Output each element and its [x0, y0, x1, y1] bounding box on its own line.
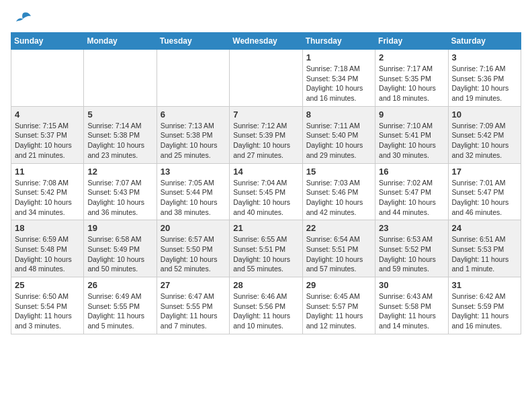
logo-bird-icon [13, 11, 32, 27]
calendar-table: SundayMondayTuesdayWednesdayThursdayFrid… [11, 32, 521, 334]
calendar-cell: 12Sunrise: 7:07 AM Sunset: 5:43 PM Dayli… [84, 163, 157, 220]
day-number: 15 [306, 167, 371, 177]
calendar-cell: 20Sunrise: 6:57 AM Sunset: 5:50 PM Dayli… [157, 220, 229, 277]
calendar-cell [230, 50, 302, 107]
calendar-cell [11, 50, 84, 107]
calendar-cell: 2Sunrise: 7:17 AM Sunset: 5:35 PM Daylig… [375, 50, 448, 107]
calendar-cell: 31Sunrise: 6:42 AM Sunset: 5:59 PM Dayli… [448, 277, 521, 334]
calendar-cell: 14Sunrise: 7:04 AM Sunset: 5:45 PM Dayli… [230, 163, 302, 220]
calendar-cell: 26Sunrise: 6:49 AM Sunset: 5:55 PM Dayli… [84, 277, 157, 334]
day-info: Sunrise: 6:53 AM Sunset: 5:52 PM Dayligh… [379, 234, 444, 274]
day-info: Sunrise: 7:13 AM Sunset: 5:38 PM Dayligh… [161, 121, 226, 161]
day-info: Sunrise: 6:54 AM Sunset: 5:51 PM Dayligh… [306, 234, 371, 274]
day-info: Sunrise: 7:18 AM Sunset: 5:34 PM Dayligh… [306, 64, 371, 103]
day-number: 26 [87, 280, 152, 290]
day-number: 22 [306, 223, 371, 233]
day-number: 1 [306, 52, 371, 62]
calendar-cell: 18Sunrise: 6:59 AM Sunset: 5:48 PM Dayli… [11, 220, 84, 277]
day-info: Sunrise: 6:47 AM Sunset: 5:55 PM Dayligh… [161, 291, 226, 331]
calendar-cell: 27Sunrise: 6:47 AM Sunset: 5:55 PM Dayli… [157, 277, 229, 334]
day-info: Sunrise: 6:58 AM Sunset: 5:49 PM Dayligh… [87, 234, 152, 274]
day-number: 19 [87, 223, 152, 233]
day-info: Sunrise: 7:02 AM Sunset: 5:47 PM Dayligh… [379, 178, 444, 218]
calendar-cell: 11Sunrise: 7:08 AM Sunset: 5:42 PM Dayli… [11, 163, 84, 220]
calendar-cell: 19Sunrise: 6:58 AM Sunset: 5:49 PM Dayli… [84, 220, 157, 277]
day-number: 5 [87, 109, 152, 120]
weekday-header-friday: Friday [375, 33, 448, 50]
day-number: 31 [452, 280, 517, 290]
weekday-header-tuesday: Tuesday [157, 33, 229, 50]
calendar-week-1: 1Sunrise: 7:18 AM Sunset: 5:34 PM Daylig… [11, 50, 521, 107]
calendar-cell: 7Sunrise: 7:12 AM Sunset: 5:39 PM Daylig… [230, 106, 302, 163]
day-info: Sunrise: 7:04 AM Sunset: 5:45 PM Dayligh… [233, 178, 298, 218]
page-header [11, 11, 521, 27]
day-number: 23 [379, 223, 444, 233]
calendar-cell: 15Sunrise: 7:03 AM Sunset: 5:46 PM Dayli… [302, 163, 375, 220]
calendar-cell: 29Sunrise: 6:45 AM Sunset: 5:57 PM Dayli… [302, 277, 375, 334]
day-number: 9 [379, 109, 444, 120]
day-info: Sunrise: 7:03 AM Sunset: 5:46 PM Dayligh… [306, 178, 371, 218]
day-number: 29 [306, 280, 371, 290]
day-info: Sunrise: 7:17 AM Sunset: 5:35 PM Dayligh… [379, 64, 444, 103]
calendar-cell: 16Sunrise: 7:02 AM Sunset: 5:47 PM Dayli… [375, 163, 448, 220]
day-number: 4 [15, 109, 80, 120]
weekday-header-thursday: Thursday [302, 33, 375, 50]
day-info: Sunrise: 6:57 AM Sunset: 5:50 PM Dayligh… [161, 234, 226, 274]
day-info: Sunrise: 7:15 AM Sunset: 5:37 PM Dayligh… [15, 121, 80, 161]
weekday-header-monday: Monday [84, 33, 157, 50]
day-info: Sunrise: 6:59 AM Sunset: 5:48 PM Dayligh… [15, 234, 80, 274]
day-info: Sunrise: 7:01 AM Sunset: 5:47 PM Dayligh… [452, 178, 517, 218]
day-number: 25 [15, 280, 80, 290]
day-info: Sunrise: 7:11 AM Sunset: 5:40 PM Dayligh… [306, 121, 371, 161]
day-number: 2 [379, 52, 444, 62]
calendar-week-5: 25Sunrise: 6:50 AM Sunset: 5:54 PM Dayli… [11, 277, 521, 334]
day-info: Sunrise: 6:42 AM Sunset: 5:59 PM Dayligh… [452, 291, 517, 331]
calendar-cell: 4Sunrise: 7:15 AM Sunset: 5:37 PM Daylig… [11, 106, 84, 163]
day-info: Sunrise: 6:46 AM Sunset: 5:56 PM Dayligh… [233, 291, 298, 331]
day-info: Sunrise: 7:14 AM Sunset: 5:38 PM Dayligh… [87, 121, 152, 161]
calendar-cell: 6Sunrise: 7:13 AM Sunset: 5:38 PM Daylig… [157, 106, 229, 163]
calendar-cell: 1Sunrise: 7:18 AM Sunset: 5:34 PM Daylig… [302, 50, 375, 107]
day-number: 8 [306, 109, 371, 120]
calendar-cell: 28Sunrise: 6:46 AM Sunset: 5:56 PM Dayli… [230, 277, 302, 334]
calendar-cell: 9Sunrise: 7:10 AM Sunset: 5:41 PM Daylig… [375, 106, 448, 163]
day-number: 10 [452, 109, 517, 120]
calendar-cell: 21Sunrise: 6:55 AM Sunset: 5:51 PM Dayli… [230, 220, 302, 277]
day-info: Sunrise: 7:10 AM Sunset: 5:41 PM Dayligh… [379, 121, 444, 161]
calendar-cell: 8Sunrise: 7:11 AM Sunset: 5:40 PM Daylig… [302, 106, 375, 163]
day-number: 30 [379, 280, 444, 290]
day-number: 18 [15, 223, 80, 233]
day-info: Sunrise: 7:05 AM Sunset: 5:44 PM Dayligh… [161, 178, 226, 218]
day-number: 17 [452, 167, 517, 177]
day-number: 27 [161, 280, 226, 290]
day-info: Sunrise: 6:55 AM Sunset: 5:51 PM Dayligh… [233, 234, 298, 274]
day-info: Sunrise: 6:50 AM Sunset: 5:54 PM Dayligh… [15, 291, 80, 331]
day-info: Sunrise: 6:51 AM Sunset: 5:53 PM Dayligh… [452, 234, 517, 274]
calendar-week-2: 4Sunrise: 7:15 AM Sunset: 5:37 PM Daylig… [11, 106, 521, 163]
calendar-week-4: 18Sunrise: 6:59 AM Sunset: 5:48 PM Dayli… [11, 220, 521, 277]
calendar-cell: 24Sunrise: 6:51 AM Sunset: 5:53 PM Dayli… [448, 220, 521, 277]
calendar-cell: 5Sunrise: 7:14 AM Sunset: 5:38 PM Daylig… [84, 106, 157, 163]
day-number: 24 [452, 223, 517, 233]
calendar-week-3: 11Sunrise: 7:08 AM Sunset: 5:42 PM Dayli… [11, 163, 521, 220]
calendar-cell: 10Sunrise: 7:09 AM Sunset: 5:42 PM Dayli… [448, 106, 521, 163]
calendar-cell [84, 50, 157, 107]
day-number: 13 [161, 167, 226, 177]
weekday-header-wednesday: Wednesday [230, 33, 302, 50]
calendar-cell: 25Sunrise: 6:50 AM Sunset: 5:54 PM Dayli… [11, 277, 84, 334]
day-number: 14 [233, 167, 298, 177]
calendar-cell: 3Sunrise: 7:16 AM Sunset: 5:36 PM Daylig… [448, 50, 521, 107]
day-info: Sunrise: 7:16 AM Sunset: 5:36 PM Dayligh… [452, 64, 517, 103]
day-info: Sunrise: 7:09 AM Sunset: 5:42 PM Dayligh… [452, 121, 517, 161]
day-number: 28 [233, 280, 298, 290]
weekday-header-sunday: Sunday [11, 33, 84, 50]
calendar-cell: 30Sunrise: 6:43 AM Sunset: 5:58 PM Dayli… [375, 277, 448, 334]
calendar-cell [157, 50, 229, 107]
day-number: 11 [15, 167, 80, 177]
day-info: Sunrise: 6:49 AM Sunset: 5:55 PM Dayligh… [87, 291, 152, 331]
calendar-cell: 22Sunrise: 6:54 AM Sunset: 5:51 PM Dayli… [302, 220, 375, 277]
day-number: 16 [379, 167, 444, 177]
day-info: Sunrise: 6:45 AM Sunset: 5:57 PM Dayligh… [306, 291, 371, 331]
calendar-cell: 17Sunrise: 7:01 AM Sunset: 5:47 PM Dayli… [448, 163, 521, 220]
calendar-header-row: SundayMondayTuesdayWednesdayThursdayFrid… [11, 33, 521, 50]
